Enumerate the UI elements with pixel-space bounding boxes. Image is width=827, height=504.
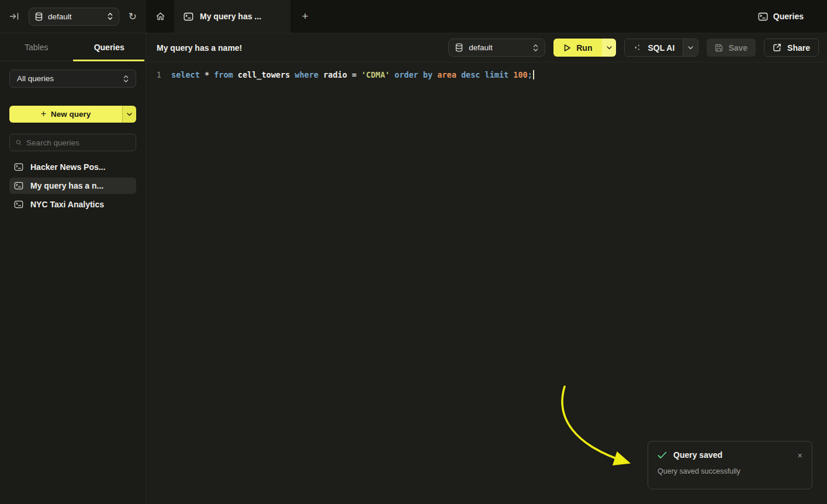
- share-icon: [773, 43, 781, 52]
- query-item-label: NYC Taxi Analytics: [30, 200, 104, 209]
- sql-token: from: [214, 70, 238, 79]
- chevron-updown-icon: [533, 44, 538, 52]
- tab-strip: My query has ... + Queries: [146, 0, 827, 33]
- chevron-down-icon: [688, 46, 693, 50]
- new-query-label: New query: [51, 110, 91, 119]
- toast-close-button[interactable]: ×: [797, 451, 802, 460]
- sql-token: radio: [323, 70, 352, 79]
- check-icon: [658, 451, 667, 459]
- query-icon: [14, 163, 23, 171]
- database-icon: [455, 43, 463, 52]
- new-query-split-button: + New query: [9, 106, 136, 123]
- queries-indicator-label: Queries: [773, 12, 804, 21]
- database-selector[interactable]: default: [448, 39, 545, 57]
- sidebar-tab-tables[interactable]: Tables: [0, 33, 73, 61]
- tab-label: My query has ...: [200, 12, 261, 21]
- sidebar-tab-label: Queries: [94, 43, 124, 52]
- queries-filter-value: All queries: [17, 74, 123, 83]
- text-cursor: [533, 70, 534, 79]
- save-label: Save: [728, 43, 748, 53]
- sql-ai-button[interactable]: SQL AI: [625, 39, 683, 56]
- play-icon: [563, 44, 571, 52]
- queries-indicator[interactable]: Queries: [758, 0, 827, 33]
- run-button[interactable]: Run: [553, 39, 602, 57]
- save-button[interactable]: Save: [707, 39, 756, 57]
- query-controls: default Run: [448, 39, 819, 57]
- run-label: Run: [576, 43, 592, 53]
- close-icon: ×: [797, 450, 802, 460]
- sql-ai-split-button: SQL AI: [624, 39, 698, 57]
- home-icon: [155, 12, 165, 21]
- main-panel: My query has a name! default: [146, 33, 827, 504]
- query-item-label: My query has a n...: [30, 181, 103, 190]
- save-icon: [715, 44, 723, 52]
- sql-token: 'CDMA': [361, 70, 395, 79]
- sql-token: 100: [513, 70, 527, 79]
- refresh-button[interactable]: ↻: [129, 12, 137, 22]
- query-icon: [14, 200, 23, 208]
- search-queries-input[interactable]: [26, 138, 130, 147]
- query-icon: [14, 182, 23, 190]
- sidebar-content: All queries + New query: [0, 61, 146, 213]
- sidebar-tabs: Tables Queries: [0, 33, 146, 61]
- top-bar-left: default ↻: [0, 0, 146, 33]
- run-dropdown-button[interactable]: [602, 39, 616, 57]
- chevron-updown-icon: [123, 75, 129, 83]
- tab-my-query[interactable]: My query has ...: [174, 0, 290, 33]
- sql-ai-dropdown-button[interactable]: [683, 39, 698, 56]
- sidebar-tab-label: Tables: [25, 43, 48, 52]
- run-split-button: Run: [553, 39, 616, 57]
- toast-query-saved: Query saved × Query saved successfully: [648, 441, 812, 489]
- sidebar-tab-queries[interactable]: Queries: [73, 33, 146, 61]
- search-queries-box: [9, 134, 136, 151]
- sql-code: select * from cell_towers where radio = …: [171, 69, 534, 81]
- sql-token: area: [437, 70, 461, 79]
- query-list-item-selected[interactable]: My query has a n...: [9, 178, 136, 194]
- sql-token: where: [295, 70, 323, 79]
- tab-strip-spacer: [320, 0, 758, 33]
- top-bar: default ↻ M: [0, 0, 827, 33]
- sql-token: select: [171, 70, 205, 79]
- plus-icon: +: [302, 10, 308, 23]
- collapse-sidebar-button[interactable]: [9, 12, 19, 21]
- new-tab-button[interactable]: +: [290, 0, 320, 33]
- query-list: Hacker News Pos... My query has a n...: [9, 159, 136, 213]
- chevron-down-icon: [127, 113, 132, 116]
- query-icon: [184, 12, 193, 21]
- plus-icon: +: [41, 109, 46, 119]
- new-query-button[interactable]: + New query: [9, 106, 122, 123]
- home-button[interactable]: [146, 0, 174, 33]
- search-icon: [16, 138, 22, 147]
- query-item-label: Hacker News Pos...: [30, 162, 105, 172]
- query-list-item[interactable]: NYC Taxi Analytics: [9, 196, 136, 213]
- queries-filter-select[interactable]: All queries: [9, 69, 136, 88]
- chevron-down-icon: [607, 46, 612, 50]
- sql-token: order by: [395, 70, 437, 79]
- sidebar: Tables Queries All queries + New query: [0, 33, 146, 504]
- query-icon: [758, 12, 768, 21]
- sql-token: =: [352, 70, 361, 79]
- toast-message: Query saved successfully: [658, 467, 802, 475]
- sql-token: cell_towers: [238, 70, 295, 79]
- code-line-1: 1 select * from cell_towers where radio …: [146, 69, 827, 81]
- share-button[interactable]: Share: [764, 39, 819, 57]
- share-label: Share: [787, 43, 810, 53]
- sql-token: ;: [528, 70, 532, 79]
- new-query-dropdown-button[interactable]: [122, 106, 136, 123]
- sql-console-app: default ↻ M: [0, 0, 827, 504]
- toast-title: Query saved: [673, 450, 722, 460]
- collapse-sidebar-icon: [9, 12, 19, 21]
- query-list-item[interactable]: Hacker News Pos...: [9, 159, 136, 175]
- database-icon: [35, 12, 43, 21]
- database-selector-value: default: [469, 43, 527, 52]
- sql-editor[interactable]: 1 select * from cell_towers where radio …: [146, 62, 827, 504]
- refresh-icon: ↻: [129, 12, 137, 22]
- sparkles-icon: [633, 43, 642, 52]
- query-header: My query has a name! default: [146, 33, 827, 62]
- query-title: My query has a name!: [157, 43, 242, 53]
- database-selector-value: default: [48, 12, 102, 21]
- database-selector[interactable]: default: [29, 8, 119, 26]
- line-number: 1: [146, 69, 161, 81]
- sql-token: desc limit: [461, 70, 513, 79]
- app-body: Tables Queries All queries + New query: [0, 33, 827, 504]
